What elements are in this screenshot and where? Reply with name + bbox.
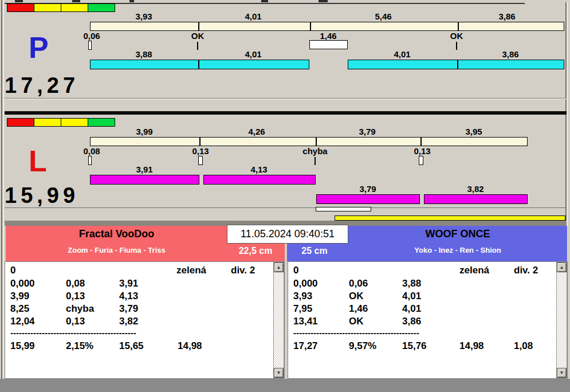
table-cell: 3,91 — [119, 278, 138, 289]
lane-l-pass-marker — [198, 156, 203, 165]
scroll-down-button[interactable]: ▼ — [274, 368, 284, 378]
lane-l-pass-marker — [88, 156, 92, 165]
left-total-time: 15,99 — [10, 340, 35, 352]
traffic-light-yellow-2 — [61, 3, 88, 12]
lane-p-pass-value: OK — [434, 32, 479, 41]
traffic-light-yellow-1 — [34, 118, 61, 127]
lane-l-dog-time: 3,91 — [121, 165, 167, 174]
traffic-light-yellow-1 — [34, 3, 61, 12]
scroll-down-icon: ▼ — [277, 371, 281, 375]
lane-l-dog-bar — [424, 194, 528, 204]
table-cell: 0,13 — [66, 316, 85, 327]
table-cell: OK — [349, 316, 364, 327]
window-left-border-highlight — [3, 0, 4, 392]
lane-l-split-value: 3,95 — [451, 127, 497, 136]
scroll-down-icon: ▼ — [560, 371, 564, 375]
table-cell: 3,93 — [293, 291, 312, 302]
window-top-mark — [319, 0, 328, 2]
scroll-up-button[interactable]: ▲ — [557, 262, 567, 272]
table-cell: 3,82 — [119, 316, 138, 327]
lane-l-traffic-lights — [7, 118, 115, 127]
table-cell: 0,13 — [66, 291, 85, 302]
split-divider — [420, 138, 422, 146]
timing-app-window: 3,93 4,01 5,46 3,86 0,06 OK 1,46 OK 3,88… — [0, 0, 570, 392]
lane-p-split-bar — [90, 22, 564, 31]
right-total-time: 17,27 — [293, 340, 318, 352]
right-total-net: 15,76 — [402, 340, 427, 352]
lane-l-dog-time: 4,13 — [236, 165, 282, 174]
left-total-pct: 2,15% — [66, 340, 93, 352]
lane-p-dog-bar — [348, 60, 564, 69]
table-cell: 12,04 — [10, 316, 35, 327]
lane-p-split-value: 5,46 — [360, 12, 406, 21]
dog-bar-divider — [457, 60, 458, 69]
lane-p-dog-time: 3,88 — [121, 50, 167, 59]
right-total-pct: 9,57% — [349, 340, 376, 352]
team-right-dogs: Yoko - Inez - Ren - Shion — [348, 246, 567, 254]
lane-l-dog-bar — [203, 175, 316, 185]
team-right-name: WOOF ONCE — [348, 228, 567, 240]
lane-p-traffic-lights — [7, 3, 115, 12]
table-cell: 13,41 — [293, 316, 318, 327]
scroll-down-button[interactable]: ▼ — [557, 368, 567, 378]
table-cell: 4,13 — [119, 291, 138, 302]
datetime-display: 11.05.2024 09:40:51 — [227, 225, 348, 244]
lane-p-pass-value: OK — [175, 32, 221, 41]
mini-progress-bar — [316, 207, 371, 211]
left-light-status: zelená — [176, 265, 206, 276]
scroll-up-icon: ▲ — [277, 265, 281, 270]
team-left-name: Fractal VooDoo — [6, 228, 227, 240]
lane-l-split-value: 4,26 — [234, 127, 280, 136]
table-cell: 8,25 — [10, 303, 29, 315]
left-total-net: 15,65 — [119, 340, 144, 352]
table-cell: 3,88 — [402, 278, 421, 289]
team-left-results-box — [5, 261, 285, 379]
lane-l-split-value: 3,99 — [121, 127, 167, 136]
table-cell: 4,01 — [402, 303, 421, 315]
lane-l-pass-value: chyba — [292, 147, 338, 156]
yellow-progress-bar — [335, 215, 565, 221]
window-top-mark — [129, 0, 134, 2]
left-total-best: 14,98 — [178, 340, 202, 352]
lane-p-split-value: 3,86 — [484, 12, 530, 21]
scroll-up-button[interactable]: ▲ — [274, 262, 284, 272]
window-top-mark — [15, 0, 23, 2]
lane-l-split-value: 3,79 — [344, 127, 390, 136]
traffic-light-green — [88, 3, 115, 12]
lane-l-dog-bar — [90, 175, 199, 185]
right-division: div. 2 — [514, 265, 538, 276]
table-cell: 0,06 — [349, 278, 368, 289]
left-division: div. 2 — [231, 265, 255, 276]
table-cell: 0,000 — [10, 278, 35, 289]
lane-l-fault-marker — [315, 157, 316, 165]
left-run-number: 0 — [10, 265, 15, 276]
table-cell: chyba — [66, 303, 94, 315]
lane-p-pass-value: 1,46 — [305, 32, 351, 41]
table-cell: 3,99 — [10, 291, 29, 302]
lane-p-dog-time: 3,86 — [488, 50, 533, 59]
team-left-jump-height: 22,5 cm — [227, 246, 284, 256]
right-table-scrollbar[interactable]: ▲ ▼ — [556, 262, 567, 378]
lane-l-bottom-edge — [5, 207, 567, 208]
lane-l-dog-time: 3,79 — [345, 185, 391, 194]
table-cell: OK — [349, 291, 364, 302]
split-divider — [310, 22, 311, 30]
lane-l-pass-value: 0,08 — [69, 147, 115, 156]
lane-p-split-value: 3,93 — [121, 12, 167, 21]
split-divider — [198, 22, 199, 30]
traffic-light-green — [88, 118, 115, 127]
team-right-jump-height: 25 cm — [286, 246, 343, 256]
lane-p-dog-time: 4,01 — [379, 50, 425, 59]
lane-p-pass-gap-box — [309, 40, 348, 49]
left-table-scrollbar[interactable]: ▲ ▼ — [273, 262, 284, 378]
left-table-separator: ----------------------------------------… — [10, 328, 136, 338]
table-cell: 0,000 — [293, 278, 318, 289]
team-right-results-box — [288, 261, 568, 379]
window-top-mark — [261, 0, 268, 2]
table-cell: 3,79 — [119, 303, 138, 315]
lane-p-letter: P — [29, 33, 49, 62]
right-total-best: 14,98 — [459, 340, 484, 352]
dog-bar-divider — [198, 60, 199, 69]
lane-l-dog-time: 3,82 — [453, 185, 498, 194]
team-left-dogs: Zoom - Furia - Fiuma - Triss — [6, 246, 227, 254]
